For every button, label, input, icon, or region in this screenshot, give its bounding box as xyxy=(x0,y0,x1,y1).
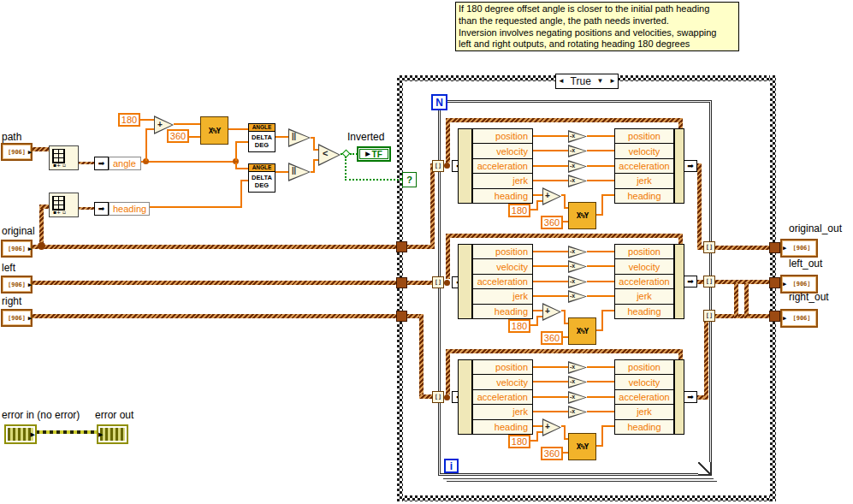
case-tunnel-right-out[interactable] xyxy=(769,311,780,322)
bundle-field[interactable]: position xyxy=(614,359,674,375)
wire-cluster-top xyxy=(446,234,450,279)
constant-360[interactable]: 360 xyxy=(541,216,563,229)
unbundle-field[interactable]: jerk xyxy=(472,173,533,188)
negate-glyph: -x xyxy=(570,278,575,284)
unbundle-angle-field[interactable]: angle xyxy=(109,157,141,170)
unbundle-field[interactable]: velocity xyxy=(472,374,533,389)
error-out-terminal[interactable]: ▶ xyxy=(97,424,128,444)
unbundle-field[interactable]: heading xyxy=(472,304,533,319)
case-dropdown-icon[interactable]: ▼ xyxy=(596,78,603,85)
case-tunnel-left-out[interactable] xyxy=(769,277,780,288)
case-selector-value[interactable]: True xyxy=(571,75,591,87)
case-selector-terminal[interactable]: ? xyxy=(402,172,417,187)
unbundle-field[interactable]: heading xyxy=(472,419,533,435)
case-prev-icon[interactable]: ◄ xyxy=(558,78,565,85)
unbundle-field[interactable]: position xyxy=(472,128,533,144)
wire xyxy=(313,159,315,173)
bundle-by-name[interactable]: position velocity acceleration jerk head… xyxy=(614,359,674,435)
auto-index-tunnel[interactable]: [] xyxy=(703,310,715,322)
unbundle-by-name[interactable]: position velocity acceleration jerk head… xyxy=(472,359,533,435)
bundle-field[interactable]: heading xyxy=(614,419,674,435)
case-tunnel-left[interactable] xyxy=(396,277,407,288)
unbundle-field[interactable]: velocity xyxy=(472,143,533,158)
bundle-field[interactable]: velocity xyxy=(614,258,674,274)
case-structure-border-right[interactable] xyxy=(770,75,776,501)
bundle-field[interactable]: position xyxy=(614,128,674,144)
bundle-by-name[interactable]: position velocity acceleration jerk head… xyxy=(614,128,674,204)
angle-delta-deg-subvi[interactable]: ANGLE DELTA DEG xyxy=(248,123,275,152)
auto-index-tunnel[interactable]: [] xyxy=(432,391,444,403)
unbundle-field[interactable]: jerk xyxy=(472,288,533,304)
loop-count-terminal[interactable]: N xyxy=(431,94,447,110)
wire-180 xyxy=(140,119,155,121)
original-out-terminal[interactable]: ▶ [906] xyxy=(780,239,818,258)
abs-function[interactable]: || xyxy=(288,163,311,181)
case-selector[interactable]: ◄ True ▼ ► xyxy=(555,74,619,89)
right-out-label: right_out xyxy=(789,291,829,303)
bundle-field[interactable]: velocity xyxy=(614,374,674,389)
original-terminal[interactable]: [906] ▶ xyxy=(1,240,33,258)
wire xyxy=(601,310,614,311)
unbundle-field[interactable]: acceleration xyxy=(472,389,533,405)
index-array-node[interactable]: ▪+ ▫ xyxy=(49,145,79,170)
bundle-field[interactable]: position xyxy=(614,244,674,259)
mod-function[interactable]: X%Y xyxy=(568,202,596,229)
bundle-by-name[interactable]: position velocity acceleration jerk head… xyxy=(614,244,674,319)
unbundle-heading-field[interactable]: heading xyxy=(109,202,150,216)
bundle-field[interactable]: acceleration xyxy=(614,389,674,405)
index-array-node[interactable]: ▪+ ▫ xyxy=(49,193,79,217)
mod-function[interactable]: X%Y xyxy=(200,116,228,145)
mod-function[interactable]: X%Y xyxy=(568,433,596,460)
unbundle-by-name[interactable]: position velocity acceleration jerk head… xyxy=(472,128,533,204)
case-tunnel-original-out[interactable] xyxy=(769,242,780,253)
constant-180[interactable]: 180 xyxy=(508,319,530,333)
auto-index-tunnel[interactable]: [] xyxy=(432,276,444,288)
wire-junction xyxy=(444,394,450,400)
auto-index-tunnel[interactable]: [] xyxy=(703,276,715,288)
unbundle-by-name[interactable]: position velocity acceleration jerk head… xyxy=(472,244,533,319)
case-tunnel-original[interactable] xyxy=(396,241,407,252)
auto-index-tunnel[interactable]: [] xyxy=(703,241,715,253)
constant-360[interactable]: 360 xyxy=(541,447,563,460)
case-structure-border-left[interactable] xyxy=(397,75,403,501)
case-next-icon[interactable]: ► xyxy=(609,78,616,85)
constant-360[interactable]: 360 xyxy=(541,331,563,345)
abs-function[interactable]: || xyxy=(288,128,311,147)
negate-glyph: -x xyxy=(570,133,575,139)
unbundle-field[interactable]: jerk xyxy=(472,404,533,419)
unbundle-field[interactable]: position xyxy=(472,359,533,375)
bundle-field[interactable]: jerk xyxy=(614,404,674,419)
error-in-terminal[interactable]: ▶ xyxy=(4,424,37,444)
bundle-field[interactable]: jerk xyxy=(614,288,674,304)
case-structure-border-bottom[interactable] xyxy=(397,495,776,501)
angle-delta-deg-subvi[interactable]: ANGLE DELTA DEG xyxy=(248,163,275,193)
unbundle-field[interactable]: heading xyxy=(472,188,533,204)
inverted-indicator[interactable]: ▶ TF xyxy=(357,146,391,162)
unbundle-field[interactable]: acceleration xyxy=(472,274,533,289)
constant-360[interactable]: 360 xyxy=(167,129,189,143)
wire xyxy=(313,149,318,151)
unbundle-field[interactable]: position xyxy=(472,244,533,259)
path-terminal[interactable]: [906] ▶ xyxy=(1,143,33,161)
constant-180[interactable]: 180 xyxy=(508,204,530,217)
bundle-field[interactable]: jerk xyxy=(614,173,674,188)
unbundle-field[interactable]: velocity xyxy=(472,258,533,274)
case-tunnel-right[interactable] xyxy=(396,311,407,322)
unbundle-field[interactable]: acceleration xyxy=(472,158,533,174)
bundle-field[interactable]: acceleration xyxy=(614,158,674,174)
constant-180[interactable]: 180 xyxy=(118,113,140,127)
right-out-terminal[interactable]: ▶ [906] xyxy=(780,309,818,328)
bundle-field[interactable]: heading xyxy=(614,188,674,204)
bundle-field[interactable]: heading xyxy=(614,304,674,319)
bundle-field[interactable]: acceleration xyxy=(614,274,674,289)
right-terminal[interactable]: [906] ▶ xyxy=(1,309,33,327)
constant-180[interactable]: 180 xyxy=(508,435,530,448)
bundle-field[interactable]: velocity xyxy=(614,143,674,158)
free-label-comment[interactable]: If 180 degree offset angle is closer to … xyxy=(455,2,739,51)
auto-index-tunnel[interactable]: [] xyxy=(432,160,444,172)
loop-iteration-terminal[interactable]: i xyxy=(444,459,459,473)
mod-function[interactable]: X%Y xyxy=(568,317,596,345)
wire-boolean xyxy=(345,157,347,181)
less-than-function[interactable]: < xyxy=(318,144,341,166)
left-terminal[interactable]: [906] ▶ xyxy=(1,276,33,294)
